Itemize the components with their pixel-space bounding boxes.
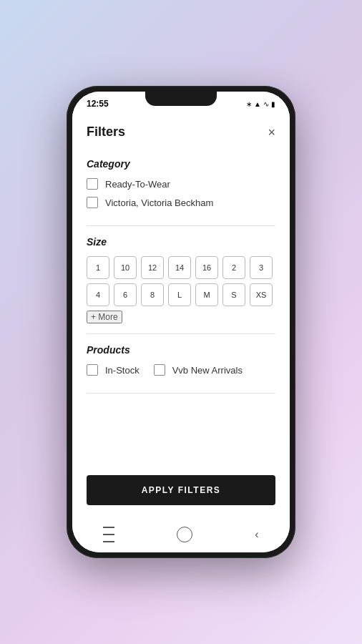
battery-icon: ▮ (271, 100, 275, 108)
product-checkbox-vvb-new-arrivals[interactable] (154, 364, 165, 376)
size-btn-1[interactable]: 1 (87, 256, 109, 279)
size-btn-4[interactable]: 4 (87, 283, 109, 306)
products-title: Products (87, 344, 275, 356)
multitask-icon[interactable] (103, 525, 114, 544)
filter-modal: Filters × Category Ready-To-Wear Victori… (72, 113, 290, 519)
size-btn-3[interactable]: 3 (250, 256, 273, 279)
products-section: Products In-Stock Vvb New Arrivals (87, 334, 275, 393)
size-btn-6[interactable]: 6 (114, 283, 137, 306)
size-btn-2[interactable]: 2 (222, 256, 245, 279)
home-bar: ‹ (72, 519, 290, 552)
size-grid: 1 10 12 14 16 2 3 4 6 8 L M S XS (87, 256, 275, 323)
category-checkbox-ready-to-wear[interactable] (87, 178, 98, 190)
size-btn-14[interactable]: 14 (168, 256, 191, 279)
size-btn-S[interactable]: S (222, 283, 245, 306)
category-label-ready-to-wear: Ready-To-Wear (105, 179, 170, 190)
product-label-vvb-new-arrivals: Vvb New Arrivals (172, 365, 243, 376)
size-section: Size 1 10 12 14 16 2 3 4 6 8 L M (87, 226, 275, 333)
size-btn-XS[interactable]: XS (250, 283, 273, 306)
wifi-icon: ∿ (263, 100, 269, 108)
home-button[interactable] (177, 527, 192, 542)
product-label-in-stock: In-Stock (105, 365, 140, 376)
size-btn-L[interactable]: L (168, 283, 191, 306)
modal-content: Category Ready-To-Wear Victoria, Victori… (72, 148, 290, 465)
back-icon[interactable]: ‹ (255, 528, 258, 541)
bluetooth-icon: ∗ (246, 100, 252, 108)
modal-title: Filters (87, 125, 125, 140)
apply-filters-button[interactable]: APPLY FILTERS (87, 475, 275, 505)
notch (145, 92, 217, 106)
modal-header: Filters × (72, 113, 290, 148)
products-row: In-Stock Vvb New Arrivals (87, 364, 275, 383)
phone-screen: 12:55 ∗ ▲ ∿ ▮ Filters × Category (72, 92, 290, 552)
product-item-vvb-new-arrivals[interactable]: Vvb New Arrivals (154, 364, 243, 376)
product-checkbox-in-stock[interactable] (87, 364, 98, 376)
phone-frame: 12:55 ∗ ▲ ∿ ▮ Filters × Category (67, 86, 295, 558)
signal-icon: ▲ (254, 100, 261, 108)
size-btn-M[interactable]: M (195, 283, 218, 306)
product-item-in-stock[interactable]: In-Stock (87, 364, 140, 376)
status-icons: ∗ ▲ ∿ ▮ (246, 100, 275, 108)
size-more-button[interactable]: + More (87, 311, 122, 323)
category-title: Category (87, 158, 275, 170)
size-btn-8[interactable]: 8 (141, 283, 164, 306)
size-title: Size (87, 236, 275, 248)
status-time: 12:55 (87, 99, 109, 109)
category-item-ready-to-wear[interactable]: Ready-To-Wear (87, 178, 275, 190)
size-btn-16[interactable]: 16 (195, 256, 218, 279)
apply-area: APPLY FILTERS (72, 465, 290, 519)
lines-icon (103, 525, 114, 544)
category-label-victoria-vb: Victoria, Victoria Beckham (105, 197, 213, 208)
size-btn-10[interactable]: 10 (114, 256, 137, 279)
close-button[interactable]: × (268, 126, 275, 139)
category-checkbox-victoria-vb[interactable] (87, 197, 98, 208)
divider-3 (87, 393, 275, 394)
category-section: Category Ready-To-Wear Victoria, Victori… (87, 148, 275, 225)
category-item-victoria-vb[interactable]: Victoria, Victoria Beckham (87, 197, 275, 208)
size-btn-12[interactable]: 12 (141, 256, 164, 279)
